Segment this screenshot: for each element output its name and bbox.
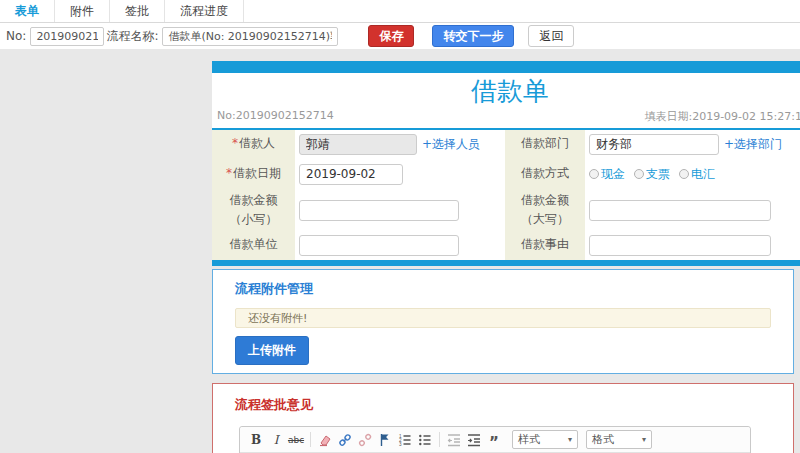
toolbar-separator (439, 432, 440, 447)
radio-circle-icon (589, 169, 599, 179)
italic-icon[interactable]: I (267, 431, 285, 449)
style-dropdown[interactable]: 样式 ▾ (512, 430, 578, 449)
department-label: 借款部门 (505, 130, 585, 158)
forward-next-step-button[interactable]: 转交下一步 (432, 25, 514, 47)
tab-attachment[interactable]: 附件 (55, 0, 110, 22)
borrow-date-input[interactable] (299, 164, 403, 185)
radio-cheque[interactable]: 支票 (634, 166, 670, 183)
unit-label: 借款单位 (212, 230, 295, 260)
attachment-section: 流程附件管理 还没有附件! 上传附件 (212, 269, 794, 374)
chevron-down-icon: ▾ (642, 435, 646, 444)
approval-section-title: 流程签批意见 (213, 384, 793, 414)
editor-toolbar: B I abc 123 (240, 427, 750, 453)
outdent-icon[interactable] (445, 431, 463, 449)
bold-icon[interactable]: B (247, 431, 265, 449)
link-icon[interactable] (336, 431, 354, 449)
panel-bottom-bar (212, 260, 800, 266)
borrower-input[interactable] (299, 134, 417, 155)
unit-input[interactable] (299, 235, 459, 256)
upload-attachment-button[interactable]: 上传附件 (235, 336, 309, 365)
reason-input[interactable] (589, 235, 771, 256)
radio-wire[interactable]: 电汇 (679, 166, 715, 183)
amount-big-label: 借款金额（大写） (505, 190, 585, 230)
page-title: 借款单 (212, 73, 800, 107)
required-mark: * (232, 136, 238, 150)
no-input[interactable] (30, 27, 104, 46)
amount-small-field (295, 190, 505, 230)
reason-label: 借款事由 (505, 230, 585, 260)
department-input[interactable] (589, 134, 719, 155)
amount-big-field (585, 190, 800, 230)
toolbar-separator (310, 432, 311, 447)
reason-field (585, 230, 800, 260)
unit-field (295, 230, 505, 260)
format-dropdown[interactable]: 格式 ▾ (586, 430, 652, 449)
attachment-section-title: 流程附件管理 (213, 270, 793, 298)
tab-approve[interactable]: 签批 (110, 0, 165, 22)
borrower-label: *借款人 (212, 130, 295, 158)
department-field: +选择部门 (585, 130, 800, 158)
flow-name-label: 流程名称: (106, 28, 158, 45)
tab-bar: 表单 附件 签批 流程进度 (0, 0, 800, 23)
remove-format-icon[interactable] (316, 431, 334, 449)
blockquote-icon[interactable]: ” (485, 431, 503, 449)
back-button[interactable]: 返回 (528, 25, 574, 47)
select-person-link[interactable]: +选择人员 (422, 136, 480, 153)
borrower-field: +选择人员 (295, 130, 505, 158)
numbered-list-icon[interactable]: 123 (396, 431, 414, 449)
strikethrough-icon[interactable]: abc (287, 431, 305, 449)
radio-cash[interactable]: 现金 (589, 166, 625, 183)
form-meta-row: No:20190902152714 填表日期:2019-09-02 15:27:… (212, 107, 800, 130)
save-button[interactable]: 保存 (368, 25, 414, 47)
indent-icon[interactable] (465, 431, 483, 449)
form-no-text: No:20190902152714 (217, 109, 334, 124)
approval-section: 流程签批意见 B I abc 123 (212, 383, 794, 453)
svg-text:3: 3 (399, 441, 402, 446)
required-mark: * (226, 166, 232, 180)
form-grid: *借款人 +选择人员 借款部门 +选择部门 *借款日期 借款方式 (212, 130, 800, 260)
bulleted-list-icon[interactable] (416, 431, 434, 449)
tab-form[interactable]: 表单 (0, 0, 55, 22)
amount-big-input[interactable] (589, 200, 771, 221)
select-department-link[interactable]: +选择部门 (724, 136, 782, 153)
panel-top-bar (212, 61, 800, 73)
loan-form-panel: 借款单 No:20190902152714 填表日期:2019-09-02 15… (212, 61, 800, 266)
unlink-icon[interactable] (356, 431, 374, 449)
chevron-down-icon: ▾ (568, 435, 572, 444)
borrow-date-label: *借款日期 (212, 158, 295, 190)
borrow-date-field (295, 158, 505, 190)
amount-small-label: 借款金额（小写） (212, 190, 295, 230)
radio-circle-icon (634, 169, 644, 179)
flow-name-input[interactable] (162, 27, 338, 46)
tab-progress[interactable]: 流程进度 (165, 0, 244, 22)
no-attachment-alert: 还没有附件! (235, 308, 771, 328)
method-label: 借款方式 (505, 158, 585, 190)
action-toolbar: No: 流程名称: 保存 转交下一步 返回 (0, 23, 800, 49)
amount-small-input[interactable] (299, 200, 459, 221)
form-date-text: 填表日期:2019-09-02 15:27:1 (644, 109, 800, 124)
rich-text-editor: B I abc 123 (239, 426, 751, 453)
main-content: 借款单 No:20190902152714 填表日期:2019-09-02 15… (0, 49, 800, 453)
no-label: No: (6, 29, 26, 43)
anchor-flag-icon[interactable] (376, 431, 394, 449)
method-field: 现金 支票 电汇 (585, 158, 800, 190)
radio-circle-icon (679, 169, 689, 179)
